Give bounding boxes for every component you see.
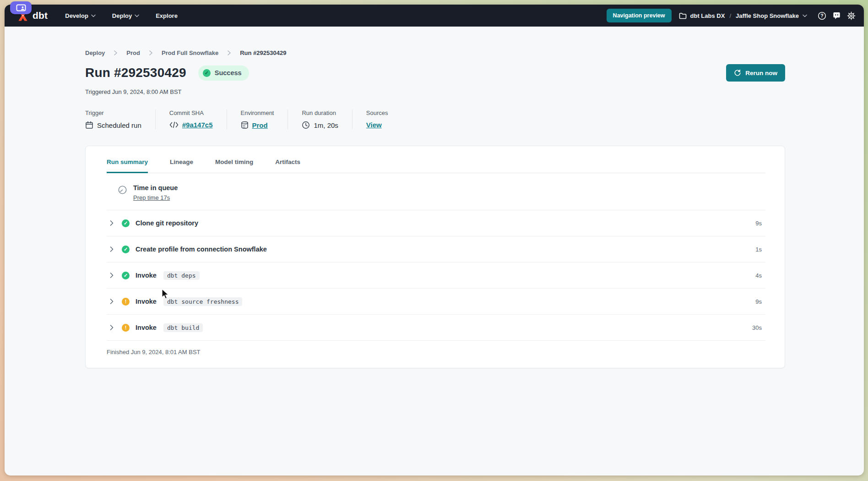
status-badge-label: Success [215, 69, 242, 77]
status-warning-icon [122, 298, 130, 306]
chevron-right-icon[interactable] [108, 325, 116, 330]
project-switcher[interactable]: dbt Labs DX / Jaffle Shop Snowflake [679, 12, 807, 19]
status-success-icon [122, 272, 130, 279]
status-success-icon [122, 246, 130, 253]
nav-menu-label: Explore [156, 12, 178, 19]
code-icon [169, 121, 179, 128]
chevron-down-icon [803, 14, 807, 17]
screen-user-icon [16, 4, 26, 12]
breadcrumb-run: Run #292530429 [240, 49, 286, 56]
step-duration: 4s [755, 272, 762, 279]
meta-label: Sources [366, 109, 388, 116]
chevron-right-icon [149, 50, 152, 55]
meta-sources: Sources View [366, 109, 402, 129]
breadcrumb: Deploy Prod Prod Full Snowflake Run #292… [85, 49, 785, 56]
breadcrumb-prod[interactable]: Prod [126, 49, 140, 56]
help-icon[interactable]: ? [817, 11, 826, 20]
step-command: dbt source freshness [163, 297, 243, 306]
tab-model-timing[interactable]: Model timing [215, 159, 253, 173]
commit-sha-link[interactable]: #9a147c5 [182, 121, 213, 129]
chevron-right-icon[interactable] [108, 220, 116, 226]
folder-icon [679, 12, 687, 19]
top-navbar: dbt Develop Deploy Explore Navigation pr… [5, 5, 864, 27]
success-check-icon [203, 69, 211, 77]
step-row-dbt-deps[interactable]: Invoke dbt deps 4s [107, 262, 765, 289]
meta-environment: Environment Prod [241, 109, 288, 129]
chevron-right-icon [114, 50, 117, 55]
project-name: Jaffle Shop Snowflake [736, 12, 799, 19]
svg-text:?: ? [820, 13, 823, 18]
page-title: Run #292530429 [85, 66, 186, 80]
step-label: Invoke [136, 324, 157, 331]
feedback-icon[interactable] [832, 11, 841, 20]
meta-label: Commit SHA [169, 109, 213, 116]
environment-link[interactable]: Prod [252, 121, 268, 129]
navigation-preview-button[interactable]: Navigation preview [607, 9, 672, 22]
run-summary-card: Run summary Lineage Model timing Artifac… [85, 146, 785, 368]
nav-menus: Develop Deploy Explore [65, 12, 178, 19]
queue-clock-icon [118, 185, 127, 195]
step-duration: 9s [755, 298, 762, 305]
tab-run-summary[interactable]: Run summary [107, 159, 148, 173]
nav-menu-explore[interactable]: Explore [156, 12, 178, 19]
chevron-down-icon [135, 14, 139, 17]
title-row: Run #292530429 Success Rerun now [85, 64, 785, 82]
chevron-right-icon[interactable] [108, 299, 116, 304]
step-duration: 9s [755, 220, 762, 227]
meta-label: Trigger [85, 109, 141, 116]
trigger-value: Scheduled run [97, 121, 141, 129]
settings-gear-icon[interactable] [846, 11, 856, 20]
meta-commit-sha: Commit SHA #9a147c5 [169, 109, 227, 129]
breadcrumb-job[interactable]: Prod Full Snowflake [162, 49, 218, 56]
tab-lineage[interactable]: Lineage [170, 159, 193, 173]
screen-share-badge [10, 1, 32, 14]
step-label: Invoke [136, 298, 157, 305]
breadcrumb-deploy[interactable]: Deploy [85, 49, 105, 56]
step-row-clone-git[interactable]: Clone git repository 9s [107, 210, 765, 236]
app-screen: dbt Develop Deploy Explore Navigation pr… [5, 5, 864, 476]
meta-run-duration: Run duration 1m, 20s [302, 109, 352, 129]
navbar-right: Navigation preview dbt Labs DX / Jaffle … [607, 9, 856, 22]
finished-timestamp: Finished Jun 9, 2024, 8:01 AM BST [107, 341, 765, 368]
step-row-dbt-source-freshness[interactable]: Invoke dbt source freshness 9s [107, 289, 765, 315]
meta-trigger: Trigger Scheduled run [85, 109, 156, 129]
step-label: Clone git repository [136, 219, 198, 227]
step-duration: 1s [755, 246, 762, 253]
meta-label: Environment [241, 109, 274, 116]
queue-title: Time in queue [133, 184, 178, 191]
nav-menu-label: Deploy [112, 12, 132, 19]
calendar-icon [85, 121, 93, 129]
chevron-right-icon[interactable] [108, 246, 116, 252]
chevron-right-icon [228, 50, 231, 55]
step-label: Create profile from connection Snowflake [136, 246, 267, 253]
rerun-button-label: Rerun now [745, 70, 777, 77]
navbar-icons: ? [817, 11, 856, 20]
rerun-now-button[interactable]: Rerun now [726, 64, 785, 82]
step-label: Invoke [136, 272, 157, 279]
database-icon [241, 121, 249, 129]
run-duration-value: 1m, 20s [314, 121, 338, 129]
breadcrumb-separator: / [728, 12, 732, 19]
step-command: dbt build [163, 323, 203, 332]
step-row-dbt-build[interactable]: Invoke dbt build 30s [107, 315, 765, 341]
nav-menu-develop[interactable]: Develop [65, 12, 96, 19]
window-frame: dbt Develop Deploy Explore Navigation pr… [0, 0, 868, 481]
tab-artifacts[interactable]: Artifacts [275, 159, 300, 173]
page-content: Deploy Prod Prod Full Snowflake Run #292… [5, 27, 864, 476]
status-success-icon [122, 219, 130, 227]
account-name: dbt Labs DX [690, 12, 725, 19]
sources-view-link[interactable]: View [366, 121, 382, 129]
status-badge: Success [198, 66, 249, 81]
step-command: dbt deps [163, 271, 200, 280]
nav-menu-deploy[interactable]: Deploy [112, 12, 139, 19]
chevron-right-icon[interactable] [108, 273, 116, 278]
tab-bar: Run summary Lineage Model timing Artifac… [107, 146, 765, 173]
prep-time-link[interactable]: Prep time 17s [133, 194, 170, 201]
triggered-timestamp: Triggered Jun 9, 2024, 8:00 AM BST [85, 88, 785, 95]
nav-menu-label: Develop [65, 12, 88, 19]
meta-label: Run duration [302, 109, 338, 116]
run-metadata: Trigger Scheduled run Commit SHA [85, 109, 785, 129]
step-row-create-profile[interactable]: Create profile from connection Snowflake… [107, 236, 765, 262]
step-duration: 30s [752, 324, 762, 331]
status-warning-icon [122, 324, 130, 332]
